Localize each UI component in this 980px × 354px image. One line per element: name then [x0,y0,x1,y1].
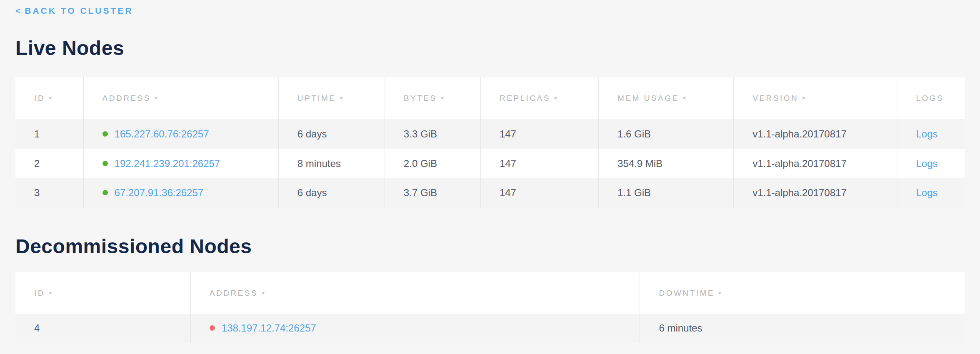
col-header-label: VERSION [752,94,798,102]
live-nodes-body: 1 165.227.60.76:26257 6 days 3.3 GiB 147… [15,119,965,208]
col-header-label: ADDRESS [102,94,151,102]
node-id-cell: 2 [15,149,83,178]
col-header-bytes[interactable]: BYTES▾ [385,77,480,119]
col-header-address[interactable]: ADDRESS▾ [190,272,640,314]
decommissioned-nodes-table: ID▾ ADDRESS▾ DOWNTIME▾ 4 138.197.12.74:2… [15,272,965,344]
logs-link[interactable]: Logs [916,128,938,140]
node-address-link[interactable]: 67.207.91.36:26257 [115,187,204,198]
node-logs-cell: Logs [897,149,965,178]
node-bytes-cell: 3.7 GiB [385,178,480,208]
node-uptime-cell: 6 days [278,178,385,208]
table-row: 1 165.227.60.76:26257 6 days 3.3 GiB 147… [15,119,965,149]
col-header-label: REPLICAS [500,94,550,102]
back-to-cluster-link[interactable]: <BACK TO CLUSTER [15,6,133,16]
col-header-label: UPTIME [298,94,336,102]
sort-arrow-icon: ▾ [441,95,444,101]
node-bytes-cell: 2.0 GiB [385,149,480,178]
node-dead-dot-icon [210,325,215,331]
live-nodes-header: ID▾ ADDRESS▾ UPTIME▾ BYTES▾ REPLICAS▾ ME… [15,77,965,119]
node-mem-usage-cell: 1.1 GiB [599,178,734,208]
node-id-cell: 3 [15,178,83,208]
col-header-label: LOGS [916,94,944,102]
node-mem-usage-cell: 354.9 MiB [599,149,734,178]
node-logs-cell: Logs [897,119,965,149]
node-replicas-cell: 147 [480,119,598,149]
col-header-logs: LOGS [897,77,965,119]
node-replicas-cell: 147 [480,149,598,178]
node-live-dot-icon [102,161,108,166]
node-downtime-cell: 6 minutes [640,314,965,343]
table-row: 3 67.207.91.36:26257 6 days 3.7 GiB 147 … [15,178,965,208]
col-header-label: ID [34,94,45,102]
sort-arrow-icon: ▾ [554,95,557,101]
node-live-dot-icon [102,190,108,195]
node-uptime-cell: 6 days [278,119,385,149]
node-address-cell: 165.227.60.76:26257 [83,119,278,149]
node-uptime-cell: 8 minutes [278,149,385,178]
page-content: <BACK TO CLUSTER Live Nodes ID▾ ADDRESS▾… [0,0,980,343]
node-bytes-cell: 3.3 GiB [385,119,480,149]
sort-arrow-icon: ▾ [718,289,721,296]
node-address-cell: 138.197.12.74:26257 [190,314,640,343]
sort-arrow-icon: ▾ [802,95,805,101]
sort-arrow-icon: ▾ [683,95,686,101]
sort-arrow-icon: ▾ [49,95,52,101]
node-logs-cell: Logs [897,178,965,208]
decommissioned-nodes-body: 4 138.197.12.74:26257 6 minutes [15,314,965,343]
decommissioned-nodes-header: ID▾ ADDRESS▾ DOWNTIME▾ [15,272,965,314]
back-link-label: BACK TO CLUSTER [25,6,133,15]
node-address-link[interactable]: 165.227.60.76:26257 [115,128,209,140]
col-header-address[interactable]: ADDRESS▾ [83,77,278,119]
col-header-label: MEM USAGE [618,94,679,102]
back-chevron-icon: < [15,6,20,15]
logs-link[interactable]: Logs [916,187,938,198]
sort-arrow-icon: ▾ [262,289,265,296]
live-nodes-table: ID▾ ADDRESS▾ UPTIME▾ BYTES▾ REPLICAS▾ ME… [15,77,965,208]
col-header-id[interactable]: ID▾ [15,272,190,314]
header-row: ID▾ ADDRESS▾ UPTIME▾ BYTES▾ REPLICAS▾ ME… [15,77,965,119]
col-header-label: BYTES [404,94,437,102]
node-address-link[interactable]: 138.197.12.74:26257 [222,322,316,334]
table-row: 4 138.197.12.74:26257 6 minutes [15,314,965,343]
col-header-label: ADDRESS [210,289,258,297]
col-header-downtime[interactable]: DOWNTIME▾ [640,272,965,314]
col-header-uptime[interactable]: UPTIME▾ [278,77,385,119]
node-version-cell: v1.1-alpha.20170817 [734,149,897,178]
sort-arrow-icon: ▾ [340,95,343,101]
table-row: 2 192.241.239.201:26257 8 minutes 2.0 Gi… [15,149,965,178]
live-nodes-title: Live Nodes [15,38,965,58]
decommissioned-nodes-title: Decommissioned Nodes [15,237,965,257]
node-version-cell: v1.1-alpha.20170817 [734,178,897,208]
node-id-cell: 4 [15,314,190,343]
header-row: ID▾ ADDRESS▾ DOWNTIME▾ [15,272,965,314]
node-address-cell: 67.207.91.36:26257 [83,178,278,208]
col-header-label: ID [34,289,45,297]
sort-arrow-icon: ▾ [49,289,52,296]
node-address-link[interactable]: 192.241.239.201:26257 [115,158,220,169]
sort-arrow-icon: ▾ [155,95,158,101]
logs-link[interactable]: Logs [916,158,938,169]
col-header-replicas[interactable]: REPLICAS▾ [480,77,598,119]
node-version-cell: v1.1-alpha.20170817 [734,119,897,149]
node-address-cell: 192.241.239.201:26257 [83,149,278,178]
col-header-label: DOWNTIME [659,289,715,297]
node-replicas-cell: 147 [480,178,598,208]
col-header-mem-usage[interactable]: MEM USAGE▾ [599,77,734,119]
col-header-version[interactable]: VERSION▾ [734,77,897,119]
col-header-id[interactable]: ID▾ [15,77,83,119]
node-id-cell: 1 [15,119,83,149]
node-mem-usage-cell: 1.6 GiB [599,119,734,149]
node-live-dot-icon [102,131,108,137]
